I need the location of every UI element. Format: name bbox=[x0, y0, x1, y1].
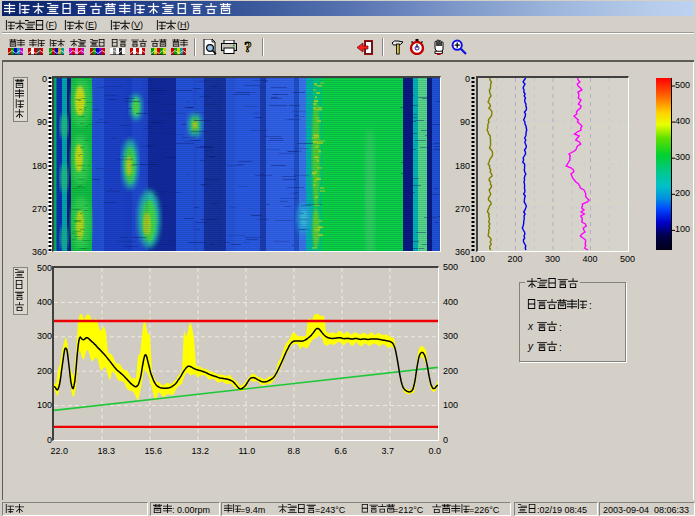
svg-text:?: ? bbox=[244, 39, 252, 55]
